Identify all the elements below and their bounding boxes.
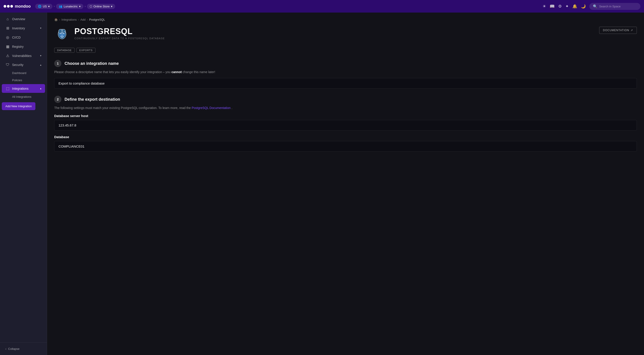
logo-text: mondoo	[15, 4, 31, 9]
nav-breadcrumb: 🌐 US ▾ › 👥 Lunalectric ▾ › ⬡ Online Stor…	[35, 4, 115, 9]
nav-separator-2: ›	[85, 5, 86, 8]
step-1-description: Please choose a descriptive name that le…	[54, 70, 637, 75]
org-selector[interactable]: 👥 Lunalectric ▾	[56, 4, 83, 9]
github-icon[interactable]: ⚙	[558, 4, 562, 9]
sidebar-item-vulnerabilities[interactable]: ⚠ Vulnerabilities ▾	[2, 51, 45, 60]
space-icon: ⬡	[90, 5, 92, 8]
step-2-title: Define the export destination	[64, 97, 120, 102]
search-icon: 🔍	[593, 4, 598, 9]
collapse-label: Collapse	[8, 347, 20, 350]
search-box[interactable]: 🔍	[589, 3, 640, 10]
database-input[interactable]	[54, 141, 637, 152]
breadcrumb-integrations[interactable]: Integrations	[62, 18, 77, 21]
sidebar-item-all-integrations[interactable]: All Integrations	[2, 93, 45, 100]
chevron-down-icon-3: ▾	[111, 5, 112, 8]
security-chevron: ▴	[40, 64, 42, 66]
step-1-title: Choose an integration name	[64, 61, 119, 66]
collapse-button[interactable]: ‹ Collapse	[2, 345, 45, 352]
logo-circle-3	[10, 5, 13, 8]
logo-icon	[4, 5, 13, 8]
home-icon: ⌂	[6, 17, 10, 21]
logo-circle-2	[7, 5, 10, 8]
db-host-label: Database server host	[54, 114, 637, 118]
step-2-header: 2 Define the export destination	[54, 96, 637, 103]
sidebar-label-integrations: Integrations	[12, 87, 28, 90]
region-selector[interactable]: 🌐 US ▾	[35, 4, 52, 9]
registry-icon: ▦	[6, 44, 10, 49]
postgresql-logo	[54, 27, 70, 42]
sidebar-item-registry[interactable]: ▦ Registry	[2, 42, 45, 51]
space-label: Online Store	[94, 5, 110, 8]
app-layout: ⌂ Overview ⊞ Inventory ▾ ◎ CI/CD ▦ Regis…	[0, 13, 644, 355]
breadcrumb-sep-1: ›	[59, 18, 60, 21]
step-2-description: The following settings must match your e…	[54, 106, 637, 110]
slack-icon[interactable]: ✦	[565, 4, 569, 9]
tag-database: DATABASE	[54, 48, 74, 53]
collapse-arrow-icon: ‹	[6, 347, 6, 350]
sidebar-label-overview: Overview	[12, 17, 25, 21]
dashboard-label: Dashboard	[12, 71, 26, 75]
all-integrations-label: All Integrations	[12, 95, 31, 99]
sidebar: ⌂ Overview ⊞ Inventory ▾ ◎ CI/CD ▦ Regis…	[0, 13, 47, 355]
integrations-chevron: ▴	[40, 87, 42, 90]
svg-point-5	[63, 33, 64, 34]
svg-point-2	[62, 29, 66, 34]
nav-right-actions: ☀ 📖 ⚙ ✦ 🔔 🌙 🔍	[542, 3, 640, 10]
inventory-icon: ⊞	[6, 26, 10, 30]
breadcrumb-current: PostgreSQL	[89, 18, 105, 21]
sidebar-item-security[interactable]: 🛡 Security ▴	[2, 61, 45, 69]
inventory-chevron: ▾	[40, 27, 42, 30]
svg-point-4	[60, 33, 62, 34]
breadcrumb-add[interactable]: Add	[80, 18, 86, 21]
sidebar-label-inventory: Inventory	[12, 27, 25, 30]
add-new-integration-button[interactable]: Add New Integration	[2, 102, 36, 110]
postgresql-docs-link[interactable]: PostgreSQL Documentation	[192, 106, 230, 110]
book-icon[interactable]: 📖	[550, 4, 554, 9]
sidebar-item-dashboard[interactable]: Dashboard	[2, 70, 45, 77]
page-header: POSTGRESQL CONTINUOUSLY EXPORT DATA TO A…	[54, 27, 637, 42]
sidebar-item-policies[interactable]: Policies	[2, 77, 45, 84]
search-input[interactable]	[599, 5, 637, 8]
top-navigation: mondoo 🌐 US ▾ › 👥 Lunalectric ▾ › ⬡ Onli…	[0, 0, 644, 13]
breadcrumb: 🏠 › Integrations › Add › PostgreSQL	[54, 18, 637, 21]
step-1-number: 1	[54, 60, 62, 67]
sidebar-item-inventory[interactable]: ⊞ Inventory ▾	[2, 24, 45, 33]
sidebar-label-vulnerabilities: Vulnerabilities	[12, 54, 32, 58]
page-subtitle: CONTINUOUSLY EXPORT DATA TO A POSTGRESQL…	[74, 37, 599, 40]
sidebar-bottom: ‹ Collapse	[0, 342, 47, 355]
bell-icon[interactable]: 🔔	[572, 4, 577, 9]
svg-point-3	[58, 29, 62, 34]
integration-name-input[interactable]	[54, 78, 637, 89]
main-content: 🏠 › Integrations › Add › PostgreSQL	[47, 13, 644, 355]
breadcrumb-sep-2: ›	[78, 18, 79, 21]
integrations-icon: ⬚	[6, 86, 10, 91]
db-host-input[interactable]	[54, 120, 637, 131]
theme-toggle[interactable]: 🌙	[581, 4, 586, 9]
space-selector[interactable]: ⬡ Online Store ▾	[87, 4, 115, 9]
sidebar-label-cicd: CI/CD	[12, 36, 20, 39]
org-icon: 👥	[59, 5, 62, 8]
sun-icon[interactable]: ☀	[542, 4, 546, 9]
chevron-down-icon-2: ▾	[79, 5, 81, 8]
breadcrumb-home[interactable]: 🏠	[54, 18, 58, 21]
globe-icon: 🌐	[38, 5, 42, 8]
sidebar-label-registry: Registry	[12, 45, 24, 49]
logo-circle-1	[4, 5, 6, 8]
sidebar-item-integrations[interactable]: ⬚ Integrations ▴	[2, 84, 45, 93]
sidebar-item-overview[interactable]: ⌂ Overview	[2, 15, 45, 23]
step-2-number: 2	[54, 96, 62, 103]
sidebar-label-security: Security	[12, 63, 24, 67]
step-1-section: 1 Choose an integration name Please choo…	[54, 60, 637, 89]
logo: mondoo	[4, 4, 31, 9]
cicd-icon: ◎	[6, 35, 10, 40]
sidebar-item-cicd[interactable]: ◎ CI/CD	[2, 33, 45, 42]
security-icon: 🛡	[6, 63, 10, 67]
documentation-button[interactable]: DOCUMENTATION ↗	[599, 27, 637, 34]
policies-label: Policies	[12, 79, 22, 82]
vulnerabilities-chevron: ▾	[40, 54, 42, 57]
db-host-field-group: Database server host	[54, 114, 637, 131]
tag-row: DATABASE EXPORTS	[54, 48, 637, 53]
database-label: Database	[54, 135, 637, 139]
vulnerabilities-icon: ⚠	[6, 54, 10, 58]
tag-exports: EXPORTS	[76, 48, 96, 53]
